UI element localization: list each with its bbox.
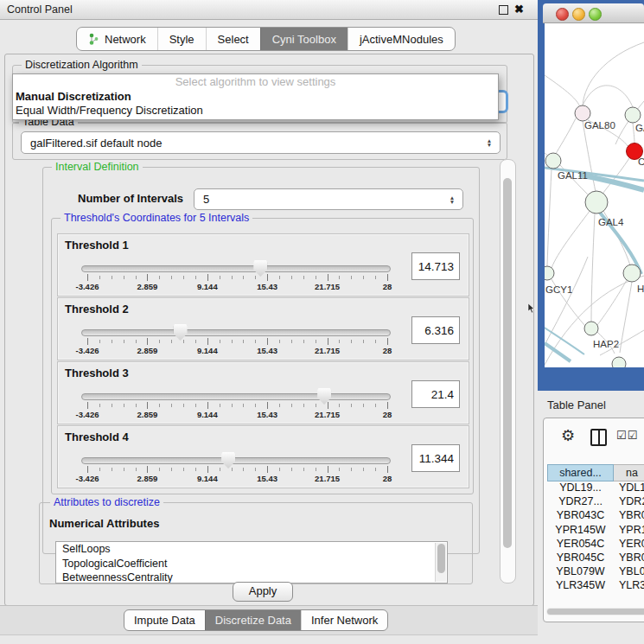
network-view-window[interactable]: GAL80GACGAL11GAL4GCY1HHAP2 (538, 0, 644, 391)
tick-mark (195, 276, 196, 279)
attribute-list-item[interactable]: TopologicalCoefficient (56, 557, 447, 571)
bottom-tab-bar: Impute DataDiscretize DataInfer Network (124, 609, 388, 631)
network-node-gal80[interactable] (575, 105, 590, 121)
table-row[interactable]: YBL079WYBL0 (547, 565, 644, 579)
tab-style[interactable]: Style (157, 28, 206, 50)
tick-mark (375, 468, 376, 471)
tick-mark (316, 468, 316, 471)
network-node-gcy1[interactable] (545, 266, 554, 280)
tick-mark (291, 340, 292, 343)
number-of-intervals-combo[interactable]: 5 ▲▼ (194, 188, 463, 210)
close-traffic-light-icon[interactable] (556, 8, 569, 21)
tick-mark (112, 404, 112, 407)
control-panel-titlebar[interactable]: Control Panel ✖ (0, 0, 538, 20)
tab-cyni-toolbox[interactable]: Cyni Toolbox (260, 28, 348, 50)
table-cell: YLR3 (614, 579, 644, 591)
attributes-scrollbar[interactable] (435, 543, 446, 582)
tick-mark (303, 468, 304, 471)
tick-label: 15.43 (257, 346, 277, 355)
tab-label: Network (105, 33, 146, 46)
tick-label: 28 (383, 346, 392, 355)
table-row[interactable]: YDL19...YDL1 (547, 481, 644, 495)
threshold-row: Threshold 1-3.4262.8599.14415.4321.71528 (57, 233, 469, 296)
tick-mark (183, 404, 184, 407)
slider-track[interactable] (81, 457, 391, 464)
tick-mark (232, 404, 233, 407)
table-data-combo[interactable]: galFiltered.sif default node ▲▼ (21, 131, 501, 154)
apply-button[interactable]: Apply (233, 582, 293, 602)
tick-mark (136, 276, 137, 279)
tick-mark (195, 468, 196, 471)
table-cell: YBL0 (614, 565, 644, 579)
network-window-titlebar[interactable] (543, 3, 644, 23)
tick-label: 9.144 (197, 282, 218, 291)
network-node-label: GA (635, 123, 644, 133)
table-row[interactable]: YBR045CYBR0 (547, 552, 644, 565)
network-canvas[interactable]: GAL80GACGAL11GAL4GCY1HHAP2 (545, 23, 644, 367)
table-data-value: galFiltered.sif default node (22, 137, 483, 150)
table-row[interactable]: YER054CYER0 (547, 538, 644, 552)
tick-mark (232, 276, 233, 279)
attribute-list-item[interactable]: SelfLoops (56, 542, 447, 557)
tick-mark (87, 338, 88, 345)
columns-icon[interactable] (590, 429, 607, 446)
network-node-label: HAP2 (593, 339, 619, 349)
checkbox-filter-icons[interactable]: ☑☑ (616, 429, 638, 442)
slider-ticks (87, 338, 387, 346)
tick-label: 28 (383, 410, 392, 419)
tick-mark (159, 404, 160, 407)
slider-track[interactable] (81, 393, 391, 400)
network-node-hap2[interactable] (584, 322, 598, 335)
close-icon[interactable]: ✖ (514, 1, 524, 18)
threshold-value-field[interactable] (411, 252, 460, 280)
tick-mark (147, 466, 148, 473)
slider-track[interactable] (81, 329, 391, 336)
network-node[interactable] (612, 357, 626, 367)
threshold-value-field[interactable] (411, 380, 460, 408)
tick-label: -3.426 (76, 474, 99, 483)
attributes-list[interactable]: SelfLoopsTopologicalCoefficientBetweenne… (55, 541, 448, 583)
gear-icon[interactable]: ⚙ (561, 426, 575, 445)
tab-impute-data[interactable]: Impute Data (124, 610, 205, 630)
tab-network[interactable]: Network (77, 28, 157, 50)
tick-mark (339, 404, 340, 407)
dropdown-option[interactable]: Manual Discretization (13, 90, 498, 104)
tick-mark (136, 468, 137, 471)
tick-mark (303, 404, 304, 407)
network-node-gal4[interactable] (585, 191, 608, 214)
zoom-traffic-light-icon[interactable] (589, 8, 602, 21)
table-row[interactable]: YBR043CYBR0 (547, 509, 644, 523)
dropdown-option[interactable]: Equal Width/Frequency Discretization (13, 104, 498, 118)
tab-select[interactable]: Select (206, 28, 260, 50)
table-column-header[interactable]: na (614, 464, 644, 481)
table-horizontal-scrollbar[interactable] (546, 608, 644, 615)
threshold-label: Threshold 1 (65, 239, 129, 252)
tick-mark (267, 466, 268, 473)
tick-label: 9.144 (197, 346, 218, 355)
tick-mark (171, 276, 172, 279)
table-row[interactable]: YLR345WYLR3 (547, 579, 644, 591)
float-window-icon[interactable] (499, 5, 508, 15)
tab-jactivemnodules[interactable]: jActiveMNodules (348, 28, 455, 50)
table-row[interactable]: YPR145WYPR1 (547, 524, 644, 538)
top-tab-bar: NetworkStyleSelectCyni ToolboxjActiveMNo… (76, 27, 456, 51)
network-node-h[interactable] (623, 265, 641, 282)
threshold-value-field[interactable] (411, 444, 460, 472)
slider-track[interactable] (81, 265, 391, 272)
tab-discretize-data[interactable]: Discretize Data (205, 610, 301, 630)
table-column-header[interactable]: shared... (547, 464, 614, 481)
slider-tick-labels: -3.4262.8599.14415.4321.71528 (87, 410, 387, 420)
threshold-value-field[interactable] (411, 316, 460, 344)
group-title-threshold-coordinates: Threshold's Coordinates for 5 Intervals (61, 212, 252, 224)
minimize-traffic-light-icon[interactable] (572, 8, 585, 21)
tab-infer-network[interactable]: Infer Network (301, 610, 387, 630)
mouse-cursor (527, 303, 536, 314)
tick-mark (124, 404, 124, 407)
tick-mark (136, 340, 137, 343)
content-scrollbar[interactable] (500, 159, 516, 583)
tick-mark (303, 276, 304, 279)
table-row[interactable]: YDR27...YDR2 (547, 495, 644, 509)
network-node-ga[interactable] (625, 107, 641, 123)
tick-mark (328, 274, 328, 281)
network-node-gal11[interactable] (545, 153, 561, 169)
